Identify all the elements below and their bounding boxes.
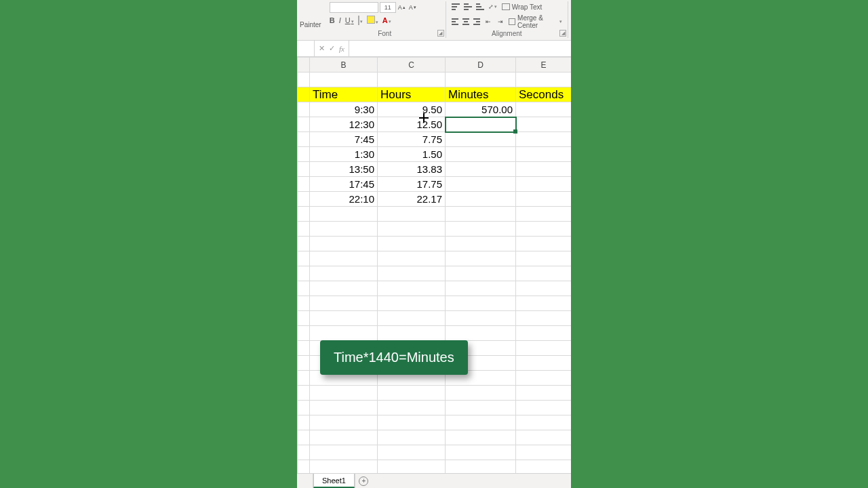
cell[interactable] <box>446 162 516 177</box>
cell[interactable]: 13.83 <box>378 162 446 177</box>
align-center-button[interactable] <box>462 18 469 25</box>
alignment-dialog-launcher[interactable]: ◢ <box>559 30 566 37</box>
table-row <box>298 296 572 311</box>
cell[interactable] <box>446 147 516 162</box>
cell[interactable] <box>446 192 516 207</box>
tab-nav-spacer <box>297 474 313 488</box>
format-painter-label: Painter <box>300 21 321 28</box>
cell[interactable] <box>516 177 572 192</box>
cell[interactable] <box>516 132 572 147</box>
italic-button[interactable]: I <box>339 16 341 24</box>
fx-icon[interactable]: fx <box>339 45 344 53</box>
worksheet-grid[interactable]: B C D E Time Hours Minutes Seconds 9:30 … <box>297 57 571 473</box>
sheet-tab-strip: Sheet1 + <box>297 473 571 488</box>
sheet-tab[interactable]: Sheet1 <box>313 474 355 488</box>
borders-button[interactable] <box>358 16 363 24</box>
decrease-indent-button[interactable]: ⇤ <box>484 17 492 26</box>
fill-color-button[interactable] <box>367 16 378 25</box>
column-header-row: B C D E <box>298 58 572 73</box>
cell[interactable]: 1:30 <box>310 147 378 162</box>
cell[interactable]: 17.75 <box>378 177 446 192</box>
align-bottom-button[interactable] <box>476 3 484 10</box>
underline-button[interactable]: U <box>345 16 354 24</box>
cell[interactable]: 9.50 <box>378 102 446 117</box>
header-cell[interactable]: Hours <box>378 87 446 102</box>
header-cell[interactable]: Seconds <box>516 87 572 102</box>
cancel-formula-button[interactable]: ✕ <box>319 44 325 53</box>
table-row: 9:30 9.50 570.00 <box>298 102 572 117</box>
table-row <box>298 326 572 341</box>
align-left-button[interactable] <box>452 18 458 25</box>
orientation-button[interactable]: ⤢ <box>488 2 498 12</box>
new-sheet-button[interactable]: + <box>355 474 372 488</box>
confirm-formula-button[interactable]: ✓ <box>329 44 335 53</box>
plus-icon: + <box>359 476 368 486</box>
cell[interactable]: 1.50 <box>378 147 446 162</box>
column-header[interactable]: D <box>446 58 516 73</box>
header-cell[interactable]: Minutes <box>446 87 516 102</box>
formula-bar: ✕ ✓ fx <box>297 41 571 57</box>
formula-callout: Time*1440=Minutes <box>320 340 468 375</box>
cell[interactable]: 22:10 <box>310 192 378 207</box>
cell[interactable]: 13:50 <box>310 162 378 177</box>
cell[interactable] <box>446 132 516 147</box>
align-right-button[interactable] <box>473 18 480 25</box>
name-box[interactable] <box>297 41 315 56</box>
merge-center-button[interactable]: Merge & Center <box>509 14 562 29</box>
excel-window: Painter 11 A▲ A▼ B I U A Font ◢ <box>297 0 571 488</box>
table-row <box>298 207 572 222</box>
table-row: 7:45 7.75 <box>298 132 572 147</box>
cell[interactable] <box>516 102 572 117</box>
font-group-label: Font <box>324 30 446 37</box>
cell[interactable]: 7.75 <box>378 132 446 147</box>
header-cell[interactable]: Time <box>310 87 378 102</box>
cell[interactable] <box>516 147 572 162</box>
format-painter[interactable]: Painter <box>300 1 324 38</box>
wrap-text-icon <box>502 3 510 10</box>
font-name-dropdown[interactable] <box>330 2 378 13</box>
cell[interactable] <box>446 177 516 192</box>
cell[interactable]: 12:30 <box>310 117 378 132</box>
table-row <box>298 222 572 237</box>
table-row <box>298 73 572 87</box>
cell[interactable] <box>516 117 572 132</box>
select-all-corner[interactable] <box>298 58 310 73</box>
font-size-dropdown[interactable]: 11 <box>380 2 396 13</box>
table-header-row: Time Hours Minutes Seconds <box>298 87 572 102</box>
ribbon-group-font: 11 A▲ A▼ B I U A Font ◢ <box>324 1 446 38</box>
table-row: 17:45 17.75 <box>298 177 572 192</box>
table-row <box>298 445 572 460</box>
cell[interactable]: 9:30 <box>310 102 378 117</box>
column-header[interactable]: E <box>516 58 572 73</box>
align-top-button[interactable] <box>452 3 460 10</box>
column-header[interactable]: B <box>310 58 378 73</box>
table-row: 22:10 22.17 <box>298 192 572 207</box>
cell[interactable]: 7:45 <box>310 132 378 147</box>
fill-color-icon <box>367 16 375 24</box>
cell[interactable]: 12.50 <box>378 117 446 132</box>
align-middle-button[interactable] <box>464 3 472 10</box>
formula-input[interactable] <box>349 41 571 56</box>
cell[interactable]: 570.00 <box>446 102 516 117</box>
font-color-button[interactable]: A <box>382 16 391 24</box>
cell[interactable]: 22.17 <box>378 192 446 207</box>
font-color-icon: A <box>382 16 388 24</box>
table-row <box>298 430 572 445</box>
table-row <box>298 401 572 415</box>
font-dialog-launcher[interactable]: ◢ <box>437 30 444 37</box>
column-header[interactable]: C <box>378 58 446 73</box>
table-row <box>298 415 572 430</box>
increase-indent-button[interactable]: ⇥ <box>496 17 505 26</box>
selected-cell[interactable] <box>446 117 516 132</box>
grow-font-button[interactable]: A▲ <box>397 3 407 12</box>
cell[interactable] <box>516 162 572 177</box>
table-row: 1:30 1.50 <box>298 147 572 162</box>
merge-center-label: Merge & Center <box>517 14 557 29</box>
table-row <box>298 251 572 266</box>
wrap-text-button[interactable]: Wrap Text <box>502 3 542 11</box>
table-row <box>298 237 572 251</box>
cell[interactable]: 17:45 <box>310 177 378 192</box>
shrink-font-button[interactable]: A▼ <box>408 3 418 12</box>
bold-button[interactable]: B <box>330 16 335 24</box>
cell[interactable] <box>516 192 572 207</box>
